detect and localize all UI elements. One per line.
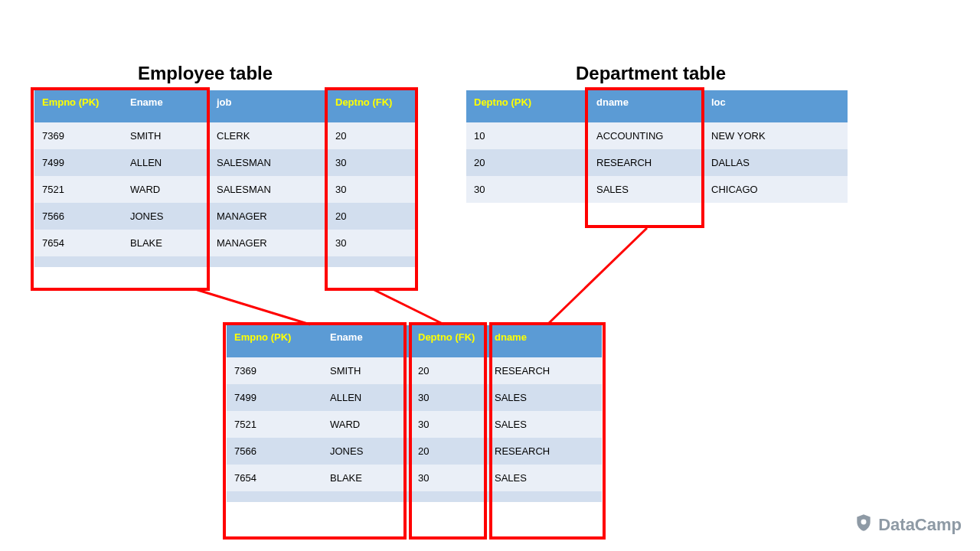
employee-header-deptno: Deptno (FK) — [328, 90, 416, 122]
svg-line-1 — [373, 289, 444, 324]
table-row: 7369SMITHCLERK20 — [34, 122, 416, 149]
cell: 20 — [328, 122, 416, 149]
cell: 7499 — [227, 384, 322, 411]
cell: 20 — [466, 149, 589, 176]
cell: 30 — [410, 465, 487, 491]
cell: DALLAS — [704, 149, 848, 176]
cell: ACCOUNTING — [589, 122, 704, 149]
table-row: 7369SMITH20RESEARCH — [227, 357, 602, 384]
table-row: 7566JONESMANAGER20 — [34, 203, 416, 230]
cell: 20 — [410, 357, 487, 384]
svg-point-3 — [861, 519, 867, 524]
cell: 7369 — [34, 122, 122, 149]
cell: SALESMAN — [209, 176, 328, 203]
cell: RESEARCH — [589, 149, 704, 176]
cell: JONES — [122, 203, 209, 230]
cell: 10 — [466, 122, 589, 149]
cell: RESEARCH — [487, 357, 602, 384]
cell: SMITH — [322, 357, 410, 384]
joined-header-empno: Empno (PK) — [227, 325, 322, 357]
table-row: 7521WARD30SALES — [227, 411, 602, 438]
table-row: 7499ALLENSALESMAN30 — [34, 149, 416, 176]
cell: 20 — [410, 438, 487, 465]
cell: 7566 — [34, 203, 122, 230]
table-row: 7566JONES20RESEARCH — [227, 438, 602, 465]
cell: RESEARCH — [487, 438, 602, 465]
cell: 7499 — [34, 149, 122, 176]
cell: SALES — [487, 411, 602, 438]
cell: 7521 — [34, 176, 122, 203]
department-table: Deptno (PK) dname loc 10ACCOUNTINGNEW YO… — [466, 90, 848, 203]
employee-table-title: Employee table — [138, 63, 273, 84]
department-table-title: Department table — [576, 63, 726, 84]
cell: 30 — [466, 176, 589, 203]
cell: 20 — [328, 203, 416, 230]
employee-header-empno: Empno (PK) — [34, 90, 122, 122]
table-row — [227, 491, 602, 502]
table-row: 7521WARDSALESMAN30 — [34, 176, 416, 203]
table-row: 7499ALLEN30SALES — [227, 384, 602, 411]
table-row — [34, 256, 416, 267]
shield-icon — [854, 513, 874, 537]
department-header-deptno: Deptno (PK) — [466, 90, 589, 122]
cell: SMITH — [122, 122, 209, 149]
logo-text: DataCamp — [878, 515, 962, 535]
cell: 7654 — [34, 230, 122, 256]
cell: 30 — [328, 176, 416, 203]
cell: MANAGER — [209, 203, 328, 230]
cell: 30 — [410, 411, 487, 438]
svg-line-2 — [547, 228, 647, 324]
table-row: 7654BLAKEMANAGER30 — [34, 230, 416, 256]
cell: WARD — [322, 411, 410, 438]
cell: JONES — [322, 438, 410, 465]
joined-header-ename: Ename — [322, 325, 410, 357]
cell: SALES — [487, 384, 602, 411]
employee-table: Empno (PK) Ename job Deptno (FK) 7369SMI… — [34, 90, 416, 267]
cell: SALES — [487, 465, 602, 491]
cell: 7369 — [227, 357, 322, 384]
employee-header-ename: Ename — [122, 90, 209, 122]
cell: 7566 — [227, 438, 322, 465]
cell: ALLEN — [322, 384, 410, 411]
joined-header-dname: dname — [487, 325, 602, 357]
cell: 30 — [328, 149, 416, 176]
cell: WARD — [122, 176, 209, 203]
datacamp-logo: DataCamp — [854, 513, 962, 537]
cell: 30 — [410, 384, 487, 411]
employee-header-job: job — [209, 90, 328, 122]
cell: ALLEN — [122, 149, 209, 176]
cell: BLAKE — [322, 465, 410, 491]
cell: SALES — [589, 176, 704, 203]
department-header-dname: dname — [589, 90, 704, 122]
cell: CLERK — [209, 122, 328, 149]
cell: CHICAGO — [704, 176, 848, 203]
joined-table: Empno (PK) Ename Deptno (FK) dname 7369S… — [227, 325, 602, 502]
department-header-loc: loc — [704, 90, 848, 122]
table-row: 7654BLAKE30SALES — [227, 465, 602, 491]
cell: NEW YORK — [704, 122, 848, 149]
cell: 7654 — [227, 465, 322, 491]
cell: MANAGER — [209, 230, 328, 256]
table-row: 20RESEARCHDALLAS — [466, 149, 848, 176]
cell: 30 — [328, 230, 416, 256]
table-row: 10ACCOUNTINGNEW YORK — [466, 122, 848, 149]
svg-line-0 — [195, 289, 310, 324]
table-row: 30SALESCHICAGO — [466, 176, 848, 203]
cell: 7521 — [227, 411, 322, 438]
cell: SALESMAN — [209, 149, 328, 176]
cell: BLAKE — [122, 230, 209, 256]
joined-header-deptno: Deptno (FK) — [410, 325, 487, 357]
